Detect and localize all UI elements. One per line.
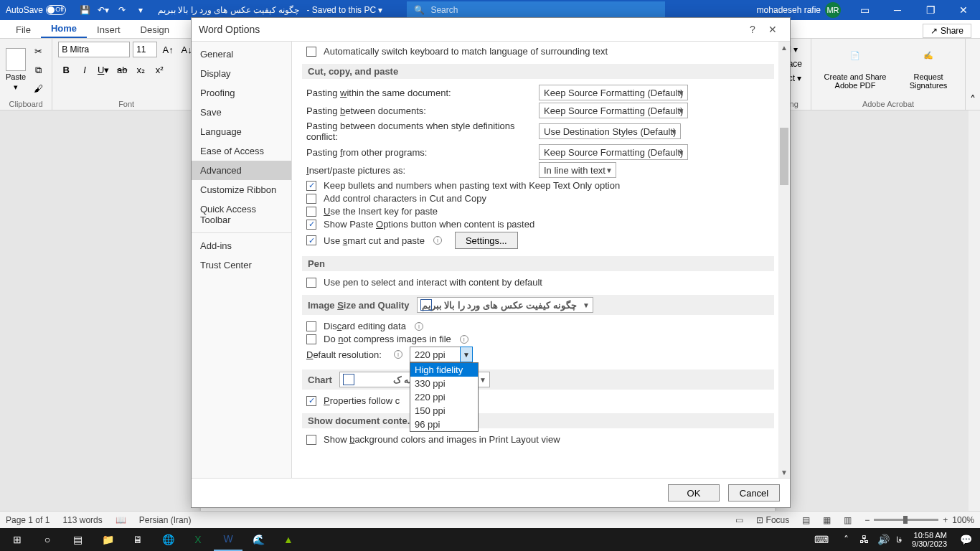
nav-advanced[interactable]: Advanced — [192, 161, 291, 180]
edge-icon[interactable]: 🌊 — [244, 528, 273, 551]
info-icon[interactable]: i — [460, 335, 468, 344]
qat-more-icon[interactable]: ▾ — [135, 4, 146, 16]
combo-paste-other[interactable]: Keep Source Formatting (Default)▼ — [539, 144, 688, 160]
nav-addins[interactable]: Add-ins — [192, 236, 291, 255]
paste-button[interactable]: Paste ▾ — [6, 48, 26, 92]
option-220ppi[interactable]: 220 ppi — [410, 390, 478, 404]
settings-button[interactable]: Settings... — [455, 232, 518, 249]
cancel-button[interactable]: Cancel — [728, 484, 780, 501]
grow-font-icon[interactable]: A↑ — [160, 42, 176, 57]
cortana-icon[interactable]: ○ — [33, 528, 62, 551]
page-indicator[interactable]: Page 1 of 1 — [6, 515, 50, 525]
strike-icon[interactable]: ab — [114, 62, 130, 77]
checkbox-auto-switch[interactable] — [306, 47, 316, 57]
combo-insert-pictures[interactable]: In line with text▼ — [539, 162, 616, 178]
tab-home[interactable]: Home — [41, 20, 87, 38]
redo-icon[interactable]: ↷ — [116, 4, 128, 16]
font-name-combo[interactable]: B Mitra — [58, 42, 130, 57]
checkbox-keep-bullets[interactable] — [306, 181, 316, 191]
nav-display[interactable]: Display — [192, 64, 291, 83]
zoom-in-icon[interactable]: + — [943, 515, 948, 525]
combo-paste-between[interactable]: Keep Source Formatting (Default)▼ — [539, 103, 688, 118]
pane-scrollbar[interactable]: ▲ ▼ — [778, 42, 790, 478]
format-painter-icon[interactable]: 🖌 — [30, 81, 46, 97]
chrome-icon[interactable]: 🌐 — [154, 528, 182, 551]
checkbox-no-compress[interactable] — [306, 334, 316, 344]
keyboard-icon[interactable]: ⌨ — [807, 528, 836, 551]
print-layout-icon[interactable]: ▦ — [823, 515, 831, 525]
nav-proofing[interactable]: Proofing — [192, 83, 291, 103]
minimize-icon[interactable]: ─ — [881, 0, 914, 20]
volume-icon[interactable]: 🔊 — [875, 528, 892, 551]
web-layout-icon[interactable]: ▥ — [844, 515, 852, 525]
checkbox-properties-follow[interactable] — [306, 396, 316, 406]
zoom-value[interactable]: 100% — [952, 515, 974, 525]
nav-customize-ribbon[interactable]: Customize Ribbon — [192, 180, 291, 199]
superscript-icon[interactable]: x² — [151, 62, 167, 77]
combo-default-resolution[interactable]: 220 ppi ▼ High fidelity 330 ppi 220 ppi … — [410, 347, 473, 362]
bold-icon[interactable]: B — [58, 62, 74, 77]
user-account[interactable]: mohadeseh rafie MR — [750, 2, 848, 18]
info-icon[interactable]: i — [433, 236, 442, 245]
checkbox-smart-cut[interactable] — [306, 235, 316, 245]
scroll-thumb[interactable] — [780, 128, 788, 185]
checkbox-use-pen[interactable] — [306, 278, 316, 288]
info-icon[interactable]: i — [415, 322, 423, 331]
word-count[interactable]: 113 words — [62, 515, 102, 525]
tray-up-icon[interactable]: ˄ — [837, 528, 854, 551]
copy-icon[interactable]: ⧉ — [30, 62, 46, 78]
font-size-combo[interactable]: 11 — [133, 42, 157, 57]
request-signatures-button[interactable]: ✍ Request Signatures — [897, 51, 959, 90]
vertical-scrollbar[interactable] — [969, 110, 980, 511]
share-button[interactable]: ↗Share — [923, 24, 971, 38]
nav-save[interactable]: Save — [192, 103, 291, 122]
nav-language[interactable]: Language — [192, 122, 291, 141]
checkbox-show-paste-options[interactable] — [306, 220, 316, 230]
zoom-control[interactable]: − + 100% — [864, 515, 974, 525]
network-icon[interactable]: 🖧 — [856, 528, 873, 551]
scroll-down-icon[interactable]: ▼ — [778, 466, 790, 478]
italic-icon[interactable]: I — [77, 62, 93, 77]
underline-icon[interactable]: U▾ — [95, 62, 111, 77]
checkbox-show-bg[interactable] — [306, 435, 316, 445]
nav-general[interactable]: General — [192, 44, 291, 64]
search-box[interactable]: 🔍 Search — [407, 1, 665, 19]
ribbon-options-icon[interactable]: ▭ — [848, 0, 881, 20]
app2-icon[interactable]: ▲ — [274, 528, 303, 551]
option-330ppi[interactable]: 330 ppi — [410, 377, 478, 390]
option-96ppi[interactable]: 96 ppi — [410, 418, 478, 431]
close-icon[interactable]: ✕ — [947, 0, 980, 20]
collapse-ribbon-icon[interactable]: ˄ — [970, 93, 976, 107]
nav-ease[interactable]: Ease of Access — [192, 141, 291, 161]
save-icon[interactable]: 💾 — [79, 4, 90, 16]
task-view-icon[interactable]: ▤ — [63, 528, 92, 551]
option-high-fidelity[interactable]: High fidelity — [410, 363, 478, 377]
maximize-icon[interactable]: ❐ — [914, 0, 947, 20]
display-settings-icon[interactable]: ▭ — [735, 515, 743, 525]
notifications-icon[interactable]: 💬 — [954, 528, 977, 551]
checkbox-use-insert[interactable] — [306, 207, 316, 217]
zoom-out-icon[interactable]: − — [864, 515, 870, 525]
tab-file[interactable]: File — [6, 22, 41, 38]
excel-icon[interactable]: X — [184, 528, 212, 551]
info-icon[interactable]: i — [394, 350, 402, 359]
help-icon[interactable]: ? — [743, 24, 763, 35]
word-icon[interactable]: W — [214, 528, 242, 551]
ime-lang[interactable]: فا — [893, 535, 905, 545]
checkbox-add-control[interactable] — [306, 194, 316, 204]
cut-icon[interactable]: ✂ — [30, 44, 46, 60]
dialog-close-icon[interactable]: ✕ — [763, 24, 783, 35]
undo-icon[interactable]: ↶▾ — [98, 4, 109, 16]
focus-mode[interactable]: ⊡ Focus — [756, 515, 789, 525]
create-share-pdf-button[interactable]: 📄 Create and Share Adobe PDF — [817, 51, 893, 90]
app1-icon[interactable]: 🖥 — [123, 528, 152, 551]
tab-design[interactable]: Design — [131, 22, 179, 38]
combo-paste-within[interactable]: Keep Source Formatting (Default)▼ — [539, 85, 688, 100]
read-mode-icon[interactable]: ▤ — [802, 515, 810, 525]
language-indicator[interactable]: Persian (Iran) — [139, 515, 192, 525]
start-icon[interactable]: ⊞ — [3, 528, 32, 551]
scroll-up-icon[interactable]: ▲ — [778, 42, 790, 53]
nav-trust[interactable]: Trust Center — [192, 255, 291, 275]
combo-paste-conflict[interactable]: Use Destination Styles (Default)▼ — [539, 123, 681, 139]
dropdown-button-icon[interactable]: ▼ — [460, 347, 473, 362]
